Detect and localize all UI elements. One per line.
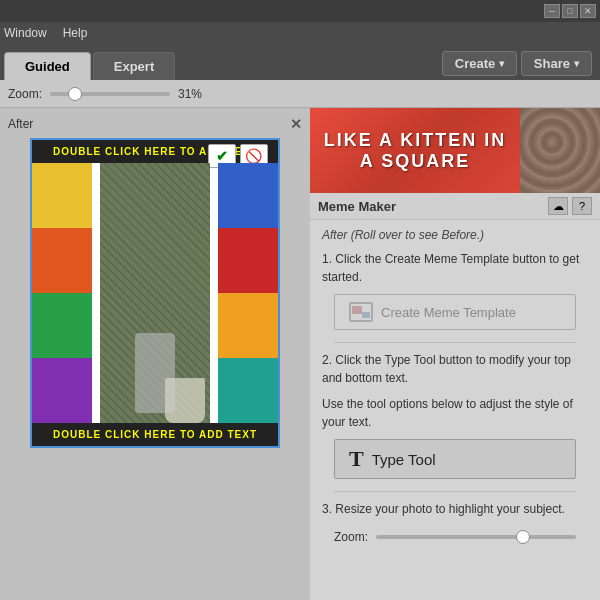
type-t-icon: T (349, 448, 364, 470)
share-action-button[interactable]: Share ▾ (521, 51, 592, 76)
meme-maker-bar: Meme Maker ☁ ? (310, 193, 600, 220)
menu-bar: Window Help (0, 22, 600, 44)
minimize-button[interactable]: ─ (544, 4, 560, 18)
tab-expert[interactable]: Expert (93, 52, 175, 80)
meme-bottom-text-area[interactable]: DOUBLE CLICK HERE TO ADD TEXT (32, 423, 278, 446)
photo-bucket (165, 378, 205, 423)
zoom-slider[interactable] (50, 92, 170, 96)
zoom-bar: Zoom: 31% (0, 80, 600, 108)
meme-canvas: DOUBLE CLICK HERE TO ADD TEXT ✔ 🚫 (30, 138, 280, 448)
panel-title-label: After (8, 117, 33, 131)
main-content: After ✕ DOUBLE CLICK HERE TO ADD TEXT ✔ … (0, 108, 600, 600)
zoom-label-right: Zoom: (334, 530, 368, 544)
tab-guided[interactable]: Guided (4, 52, 91, 80)
panel-title-bar: After ✕ (8, 116, 302, 132)
create-meme-template-icon (349, 302, 373, 322)
meme-maker-title: Meme Maker (318, 199, 396, 214)
title-bar: ─ □ ✕ (0, 0, 600, 22)
header-tagline: LIKE A KITTEN IN A SQUARE (310, 130, 600, 172)
zoom-label: Zoom: (8, 87, 42, 101)
tab-bar: Guided Expert Create ▾ Share ▾ (0, 44, 600, 80)
meme-top-text-area[interactable]: DOUBLE CLICK HERE TO ADD TEXT ✔ 🚫 (32, 140, 278, 163)
divider-1 (334, 342, 576, 343)
meme-maker-help-icon[interactable]: ? (572, 197, 592, 215)
instructions-area: After (Roll over to see Before.) 1. Clic… (310, 220, 600, 556)
after-label: After (Roll over to see Before.) (322, 228, 588, 242)
zoom-percent: 31% (178, 87, 202, 101)
menu-window[interactable]: Window (4, 26, 47, 40)
step2-text: 2. Click the Type Tool button to modify … (322, 351, 588, 387)
zoom-thumb-right[interactable] (516, 530, 530, 544)
tab-actions: Create ▾ Share ▾ (442, 51, 600, 80)
divider-2 (334, 491, 576, 492)
step3-text: 3. Resize your photo to highlight your s… (322, 500, 588, 518)
zoom-row-right: Zoom: (322, 526, 588, 548)
meme-maker-icons: ☁ ? (548, 197, 592, 215)
restore-button[interactable]: □ (562, 4, 578, 18)
close-button[interactable]: ✕ (580, 4, 596, 18)
zoom-thumb[interactable] (68, 87, 82, 101)
create-arrow-icon: ▾ (499, 58, 504, 69)
style-text: Use the tool options below to adjust the… (322, 395, 588, 431)
header-image: LIKE A KITTEN IN A SQUARE (310, 108, 600, 193)
create-action-button[interactable]: Create ▾ (442, 51, 517, 76)
share-arrow-icon: ▾ (574, 58, 579, 69)
left-panel: After ✕ DOUBLE CLICK HERE TO ADD TEXT ✔ … (0, 108, 310, 600)
meme-color-area (32, 163, 278, 423)
meme-photo (100, 163, 210, 423)
menu-help[interactable]: Help (63, 26, 88, 40)
create-meme-template-button[interactable]: Create Meme Template (334, 294, 576, 330)
zoom-slider-right[interactable] (376, 535, 576, 539)
panel-close-button[interactable]: ✕ (290, 116, 302, 132)
type-tool-button[interactable]: T Type Tool (334, 439, 576, 479)
meme-maker-cloud-icon[interactable]: ☁ (548, 197, 568, 215)
step1-text: 1. Click the Create Meme Template button… (322, 250, 588, 286)
right-panel: LIKE A KITTEN IN A SQUARE Meme Maker ☁ ?… (310, 108, 600, 600)
